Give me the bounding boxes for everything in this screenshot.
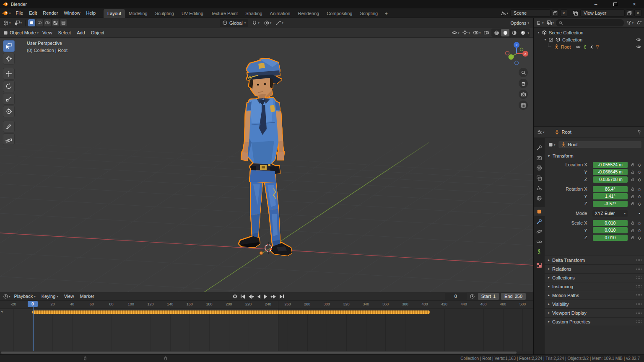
blender-app-menu[interactable]: ▾ bbox=[0, 10, 13, 16]
select-mode-extend-button[interactable] bbox=[36, 19, 43, 26]
gizmo-neg-x-axis[interactable] bbox=[506, 52, 509, 55]
browse-scene-button[interactable]: ▾ bbox=[500, 10, 509, 16]
scene-name-field[interactable]: Scene bbox=[510, 9, 551, 17]
scale-z-field[interactable]: 0.010 bbox=[593, 235, 628, 241]
outliner-filter-button[interactable]: ▾ bbox=[625, 20, 634, 26]
timeline-playhead[interactable]: 0 bbox=[33, 301, 34, 351]
panel-viewport-display[interactable]: ▸Viewport Display bbox=[545, 308, 644, 317]
lock-icon[interactable] bbox=[631, 177, 635, 181]
delete-scene-button[interactable]: × bbox=[560, 9, 567, 17]
workspace-tab-shading[interactable]: Shading bbox=[242, 9, 266, 18]
rotation-x-field[interactable]: 86.4° bbox=[593, 186, 628, 192]
xray-toggle-button[interactable] bbox=[483, 30, 490, 36]
workspace-tab-modeling[interactable]: Modeling bbox=[125, 9, 151, 18]
viewport-menu-object[interactable]: Object bbox=[88, 28, 107, 37]
lock-icon[interactable] bbox=[631, 235, 635, 240]
transform-panel-header[interactable]: ▼ Transform bbox=[545, 150, 644, 161]
select-mode-subtract-button[interactable] bbox=[44, 19, 51, 26]
timeline-menu-marker[interactable]: Marker bbox=[77, 292, 97, 301]
lock-icon[interactable] bbox=[631, 202, 635, 206]
location-x-field[interactable]: -0.055524 m bbox=[593, 162, 628, 168]
keyframe-diamond-icon[interactable]: ◇ bbox=[637, 163, 642, 167]
shading-rendered-button[interactable] bbox=[519, 29, 527, 36]
panel-relations[interactable]: ▸Relations bbox=[545, 264, 644, 273]
workspace-tab-animation[interactable]: Animation bbox=[266, 9, 294, 18]
scale-y-field[interactable]: 0.010 bbox=[593, 227, 628, 233]
lock-icon[interactable] bbox=[631, 228, 635, 233]
lock-icon[interactable] bbox=[631, 187, 635, 191]
tab-output[interactable] bbox=[534, 163, 545, 173]
location-y-field[interactable]: -0.066645 m bbox=[593, 169, 628, 175]
panel-visibility[interactable]: ▸Visibility bbox=[545, 300, 644, 308]
workspace-tab-texture-paint[interactable]: Texture Paint bbox=[207, 9, 242, 18]
panel-delta-transform[interactable]: ▸Delta Transform bbox=[545, 256, 644, 264]
prev-keyframe-button[interactable] bbox=[249, 295, 254, 299]
hide-collection-eye-icon[interactable] bbox=[636, 37, 641, 42]
browse-view-layer-button[interactable] bbox=[572, 10, 579, 16]
new-collection-button[interactable] bbox=[636, 20, 643, 26]
animate-dot-icon[interactable]: • bbox=[637, 211, 642, 216]
outliner-row-root[interactable]: Root ▽ bbox=[534, 43, 644, 50]
timeline-back-arrow[interactable]: ◂ bbox=[1, 310, 3, 313]
next-keyframe-button[interactable] bbox=[271, 295, 276, 299]
start-frame-field[interactable]: Start 1 bbox=[478, 293, 499, 300]
timeline-ruler[interactable]: -200204060801001201401601802002202402602… bbox=[0, 301, 533, 309]
timeline-scrollbar[interactable] bbox=[0, 351, 533, 354]
timeline-tracks[interactable] bbox=[0, 309, 533, 351]
tab-physics[interactable] bbox=[534, 227, 545, 236]
new-scene-button[interactable] bbox=[552, 9, 559, 17]
outliner-row-scene-collection[interactable]: ▼ Scene Collection bbox=[534, 29, 644, 36]
mesh-triangle-icon[interactable]: ▽ bbox=[596, 44, 599, 49]
overlays-dropdown[interactable]: ▾ bbox=[472, 30, 482, 36]
keyframe-diamond-icon[interactable]: ◇ bbox=[637, 194, 642, 199]
collection-checkbox[interactable] bbox=[548, 37, 553, 42]
pose-icon[interactable] bbox=[589, 44, 594, 49]
timeline-menu-playback[interactable]: Playback ▾ bbox=[11, 292, 39, 301]
viewport-menu-add[interactable]: Add bbox=[74, 28, 88, 37]
menu-file[interactable]: File bbox=[13, 8, 26, 18]
play-button[interactable] bbox=[264, 295, 267, 299]
workspace-tab-uv-editing[interactable]: UV Editing bbox=[178, 9, 207, 18]
panel-custom-properties[interactable]: ▸Custom Properties bbox=[545, 317, 644, 326]
timeline-scroll-thumb[interactable] bbox=[1, 352, 517, 354]
snap-toggle-button[interactable]: ▾ bbox=[251, 20, 260, 26]
menu-edit[interactable]: Edit bbox=[26, 8, 40, 18]
select-mode-intersect-button[interactable] bbox=[60, 19, 67, 26]
perspective-toggle-button[interactable] bbox=[519, 101, 528, 110]
keyframe-diamond-icon[interactable]: ◇ bbox=[637, 228, 642, 233]
tab-render[interactable] bbox=[534, 153, 545, 163]
select-mode-invert-button[interactable] bbox=[52, 19, 59, 26]
scale-x-field[interactable]: 0.010 bbox=[593, 220, 628, 226]
lock-icon[interactable] bbox=[631, 163, 635, 167]
keyframe-diamond-icon[interactable]: ◇ bbox=[637, 202, 642, 206]
workspace-tab-compositing[interactable]: Compositing bbox=[323, 9, 356, 18]
workspace-tab-sculpting[interactable]: Sculpting bbox=[151, 9, 178, 18]
panel-motion-paths[interactable]: ▸Motion Paths bbox=[545, 291, 644, 299]
keyframe-diamond-icon[interactable]: ◇ bbox=[637, 177, 642, 182]
tool-select-box[interactable] bbox=[3, 40, 15, 52]
workspace-tab-scripting[interactable]: Scripting bbox=[356, 9, 382, 18]
timeline-menu-view[interactable]: View bbox=[61, 292, 77, 301]
view-layer-field[interactable]: View Layer bbox=[580, 9, 625, 17]
current-frame-field[interactable]: 0 bbox=[445, 293, 467, 300]
tool-rotate[interactable] bbox=[3, 80, 15, 92]
minimize-button[interactable]: – bbox=[586, 0, 605, 8]
shading-wireframe-button[interactable] bbox=[492, 29, 501, 36]
tab-object-data[interactable] bbox=[534, 247, 545, 256]
end-frame-field[interactable]: End 250 bbox=[501, 293, 526, 300]
timeline-keyframe-band[interactable] bbox=[32, 310, 430, 314]
rotation-y-field[interactable]: 1.41° bbox=[593, 193, 628, 199]
keyframe-diamond-icon[interactable]: ◇ bbox=[637, 170, 642, 174]
location-z-field[interactable]: -0.035708 m bbox=[593, 176, 628, 183]
keyframe-diamond-icon[interactable]: ◇ bbox=[637, 235, 642, 240]
tab-object[interactable] bbox=[534, 207, 545, 216]
camera-view-button[interactable] bbox=[519, 90, 528, 99]
tab-scene[interactable] bbox=[534, 184, 545, 193]
disclosure-icon[interactable]: ▼ bbox=[544, 38, 547, 41]
interaction-mode-dropdown[interactable]: Object Mode ▾ bbox=[2, 30, 39, 36]
tab-world[interactable] bbox=[534, 194, 545, 203]
panel-collections[interactable]: ▸Collections bbox=[545, 273, 644, 282]
pan-button[interactable] bbox=[519, 79, 528, 88]
maximize-button[interactable] bbox=[605, 0, 625, 8]
constraint-link-icon[interactable] bbox=[576, 44, 581, 49]
